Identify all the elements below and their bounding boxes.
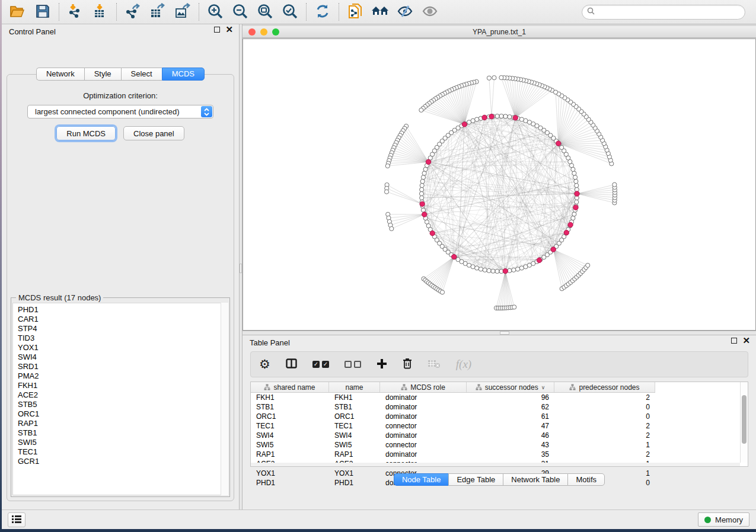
- export-table-button[interactable]: [145, 1, 170, 23]
- cell-role[interactable]: dominator: [380, 412, 467, 421]
- mcds-result-item[interactable]: RAP1: [18, 419, 228, 428]
- open-file-button[interactable]: [5, 1, 30, 23]
- scrollbar-thumb[interactable]: [742, 395, 747, 444]
- houses-button[interactable]: [368, 1, 393, 23]
- mcds-result-scrollbar[interactable]: [221, 303, 228, 495]
- cell-role[interactable]: dominator: [380, 431, 467, 440]
- run-mcds-button[interactable]: Run MCDS: [56, 126, 116, 140]
- cell-role[interactable]: dominator: [380, 393, 467, 402]
- mcds-result-item[interactable]: TID3: [18, 334, 228, 343]
- zoom-fit-button[interactable]: [253, 1, 277, 23]
- search-input[interactable]: [598, 8, 740, 16]
- cell-predecessors[interactable]: 0: [554, 412, 655, 421]
- cell-name[interactable]: STB1: [329, 403, 380, 411]
- cell-shared-name[interactable]: RAP1: [251, 450, 329, 459]
- tab-network[interactable]: Network: [36, 68, 84, 81]
- network-graph[interactable]: [243, 39, 756, 330]
- close-panel-icon[interactable]: ✕: [225, 27, 233, 33]
- window-maximize-icon[interactable]: [272, 28, 279, 36]
- mcds-result-item[interactable]: FKH1: [18, 381, 228, 390]
- export-image-button[interactable]: [170, 1, 195, 23]
- cell-name[interactable]: ORC1: [329, 412, 380, 421]
- eye-button[interactable]: [417, 1, 442, 23]
- delete-column-button[interactable]: [403, 358, 412, 371]
- export-network-button[interactable]: [120, 1, 145, 23]
- mcds-result-item[interactable]: SWI5: [18, 438, 228, 447]
- cell-predecessors[interactable]: 2: [554, 450, 655, 459]
- tab-style[interactable]: Style: [84, 68, 121, 81]
- cell-successors[interactable]: 61: [467, 412, 554, 421]
- memory-button[interactable]: Memory: [698, 512, 749, 527]
- zoom-selected-button[interactable]: [277, 1, 302, 23]
- task-history-button[interactable]: [8, 512, 25, 527]
- window-minimize-icon[interactable]: [260, 28, 267, 36]
- delete-table-button[interactable]: [428, 359, 441, 370]
- tab-network-table[interactable]: Network Table: [503, 473, 567, 486]
- table-row[interactable]: SWI4SWI4dominator462: [251, 431, 748, 440]
- horizontal-splitter-grip[interactable]: [500, 331, 509, 335]
- cell-predecessors[interactable]: 2: [554, 393, 655, 402]
- refresh-button[interactable]: [310, 1, 335, 23]
- search-field[interactable]: [582, 5, 745, 20]
- add-column-button[interactable]: [377, 358, 387, 371]
- cell-name[interactable]: FKH1: [329, 393, 380, 402]
- cell-shared-name[interactable]: FKH1: [251, 393, 329, 402]
- show-columns-button[interactable]: [286, 358, 297, 370]
- cell-successors[interactable]: 35: [467, 450, 554, 459]
- mcds-result-item[interactable]: SRD1: [18, 362, 228, 371]
- mcds-result-item[interactable]: TEC1: [18, 447, 228, 457]
- table-row[interactable]: FKH1FKH1dominator962: [251, 393, 748, 402]
- tab-node-table[interactable]: Node Table: [394, 473, 449, 486]
- network-window-titlebar[interactable]: YPA_prune.txt_1: [243, 26, 756, 38]
- horizontal-splitter[interactable]: [243, 331, 756, 335]
- cell-shared-name[interactable]: SWI4: [251, 431, 329, 440]
- table-vertical-scrollbar[interactable]: [740, 382, 748, 463]
- table-row[interactable]: STB1STB1dominator620: [251, 402, 748, 412]
- mcds-result-list[interactable]: PHD1CAR1STP4TID3YOX1SWI4SRD1PMA2FKH1ACE2…: [12, 303, 228, 495]
- cell-role[interactable]: connector: [380, 441, 467, 449]
- cell-shared-name[interactable]: TEC1: [251, 422, 329, 430]
- cell-name[interactable]: SWI4: [329, 431, 380, 440]
- mcds-result-item[interactable]: GCR1: [18, 457, 228, 466]
- mcds-result-item[interactable]: SWI4: [18, 352, 228, 362]
- select-all-button[interactable]: ✓ ✓: [312, 361, 329, 368]
- cell-name[interactable]: RAP1: [329, 450, 380, 459]
- cell-role[interactable]: dominator: [380, 403, 467, 411]
- column-header-shared-name[interactable]: shared name: [251, 382, 329, 392]
- cell-successors[interactable]: 96: [467, 393, 554, 402]
- mcds-result-item[interactable]: ACE2: [18, 390, 228, 400]
- mcds-result-item[interactable]: STP4: [18, 324, 228, 334]
- cell-predecessors[interactable]: 2: [554, 422, 655, 430]
- zoom-out-button[interactable]: [228, 1, 253, 23]
- close-panel-button[interactable]: Close panel: [123, 126, 184, 140]
- network-canvas[interactable]: [243, 39, 756, 331]
- tab-motifs[interactable]: Motifs: [567, 473, 605, 486]
- cell-shared-name[interactable]: SWI5: [251, 441, 329, 449]
- column-header-mcds-role[interactable]: MCDS role: [380, 382, 467, 392]
- save-button[interactable]: [30, 1, 55, 23]
- column-header-predecessor-nodes[interactable]: predecessor nodes: [554, 382, 655, 392]
- cell-role[interactable]: dominator: [380, 450, 467, 459]
- column-header-successor-nodes[interactable]: successor nodes ∨: [467, 382, 554, 392]
- zoom-in-button[interactable]: [203, 1, 228, 23]
- table-row[interactable]: SWI5SWI5connector431: [251, 440, 748, 450]
- table-row[interactable]: ORC1ORC1dominator610: [251, 412, 748, 421]
- cell-role[interactable]: connector: [380, 422, 467, 430]
- vertical-splitter-grip[interactable]: [240, 264, 242, 273]
- mcds-result-item[interactable]: PHD1: [18, 305, 228, 315]
- cell-shared-name[interactable]: ORC1: [251, 412, 329, 421]
- column-header-name[interactable]: name: [329, 382, 380, 392]
- table-row[interactable]: RAP1RAP1dominator352: [251, 450, 748, 459]
- eye-slash-button[interactable]: [393, 1, 417, 23]
- cell-successors[interactable]: 47: [467, 422, 554, 430]
- apply-function-button[interactable]: f(x): [456, 358, 471, 371]
- mcds-result-item[interactable]: CAR1: [18, 315, 228, 324]
- cell-name[interactable]: SWI5: [329, 441, 380, 449]
- import-table-button[interactable]: [88, 1, 113, 23]
- tab-select[interactable]: Select: [121, 68, 162, 81]
- deselect-all-button[interactable]: [344, 361, 361, 368]
- cell-shared-name[interactable]: STB1: [251, 403, 329, 411]
- cell-successors[interactable]: 43: [467, 441, 554, 449]
- optimization-criterion-select[interactable]: largest connected component (undirected): [27, 105, 213, 118]
- share-document-button[interactable]: [343, 1, 368, 23]
